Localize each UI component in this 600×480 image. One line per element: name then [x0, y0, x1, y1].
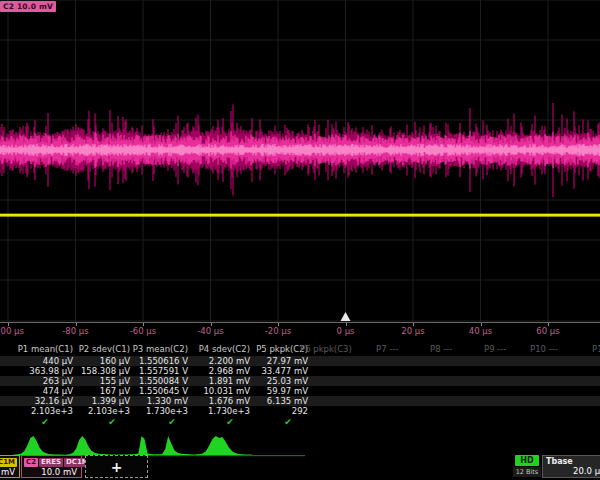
timebase-value: 20.0 µs/div	[543, 466, 600, 477]
measure-value-cell: 292	[236, 406, 308, 416]
axis-tick-label: 60 µs	[536, 326, 559, 336]
measure-status-check-icon: ✔	[105, 417, 119, 427]
add-trace-button[interactable]: +	[85, 455, 148, 478]
axis-tick-label: -100 µs	[0, 326, 24, 336]
channel-c2-descriptor[interactable]: C2 ERES DC1M 10.0 mV	[21, 455, 82, 478]
histicon-p4[interactable]	[156, 436, 208, 455]
hd-bits-label: 12 Bits	[513, 467, 541, 477]
measure-param-header-disabled[interactable]: P10 ---	[530, 344, 558, 354]
axis-tick-label: 20 µs	[401, 326, 424, 336]
plus-icon: +	[111, 460, 123, 474]
oscilloscope-screen: C2 10.0 mV -100 µs-80 µs-60 µs-40 µs-20 …	[0, 0, 600, 480]
axis-tick-label: -80 µs	[62, 326, 88, 336]
measure-param-header-disabled[interactable]: P6 pkpk(C3)	[300, 344, 352, 354]
waveform-area[interactable]	[0, 0, 600, 322]
measure-value-cell: 27.97 mV	[236, 356, 308, 366]
c2-label-badge: C2	[24, 458, 38, 467]
measure-param-header-disabled[interactable]: P8 ---	[430, 344, 452, 354]
measure-value-cell: 25.03 mV	[236, 376, 308, 386]
axis-tick-label: -60 µs	[130, 326, 156, 336]
measure-param-header-disabled[interactable]: P9 ---	[484, 344, 506, 354]
descriptor-bar: DC1M 10.0 mV C2 ERES DC1M 10.0 mV + HD 1…	[0, 454, 600, 480]
measure-table: P1 mean(C1)P2 sdev(C1)P3 mean(C2)P4 sdev…	[0, 342, 600, 434]
c2-volts-per-div: 10.0 mV	[22, 467, 81, 478]
time-axis: -100 µs-80 µs-60 µs-40 µs-20 µs0 µs20 µs…	[0, 322, 600, 339]
c1-volts-per-div: 10.0 mV	[0, 467, 19, 478]
histicon-p5[interactable]	[196, 436, 252, 455]
measure-value-cell: 59.97 mV	[236, 386, 308, 396]
c2-eres-badge: ERES	[39, 458, 63, 467]
channel-c1-descriptor[interactable]: DC1M 10.0 mV	[0, 455, 20, 478]
histicon-p1[interactable]	[12, 436, 64, 455]
hd-mode-badge[interactable]: HD	[515, 455, 539, 466]
timebase-descriptor[interactable]: Tbase 20.0 µs/div	[542, 455, 600, 478]
histicon-p3[interactable]	[117, 436, 169, 455]
axis-tick-label: -20 µs	[265, 326, 291, 336]
measure-status-check-icon: ✔	[223, 417, 237, 427]
measure-status-check-icon: ✔	[165, 417, 179, 427]
measure-status-check-icon: ✔	[281, 417, 295, 427]
measure-status-check-icon: ✔	[38, 417, 52, 427]
selected-trace-badge: C2 10.0 mV	[0, 1, 56, 12]
axis-tick-label: 0 µs	[337, 326, 355, 336]
axis-tick-label: 40 µs	[469, 326, 492, 336]
c1-coupling-badge: DC1M	[0, 458, 17, 467]
waveform-plot[interactable]	[0, 0, 600, 322]
trigger-position-marker[interactable]	[341, 312, 351, 321]
measure-param-header[interactable]: P5 pkpk(C2)	[236, 344, 308, 354]
timebase-label: Tbase	[543, 456, 600, 466]
histicon-p2[interactable]	[64, 436, 116, 455]
axis-tick-label: -40 µs	[197, 326, 223, 336]
measure-value-cell: 33.477 mV	[236, 366, 308, 376]
measure-value-cell: 6.135 mV	[236, 396, 308, 406]
measure-param-header-disabled[interactable]: P11	[592, 344, 600, 354]
measure-param-header-disabled[interactable]: P7 ---	[376, 344, 398, 354]
